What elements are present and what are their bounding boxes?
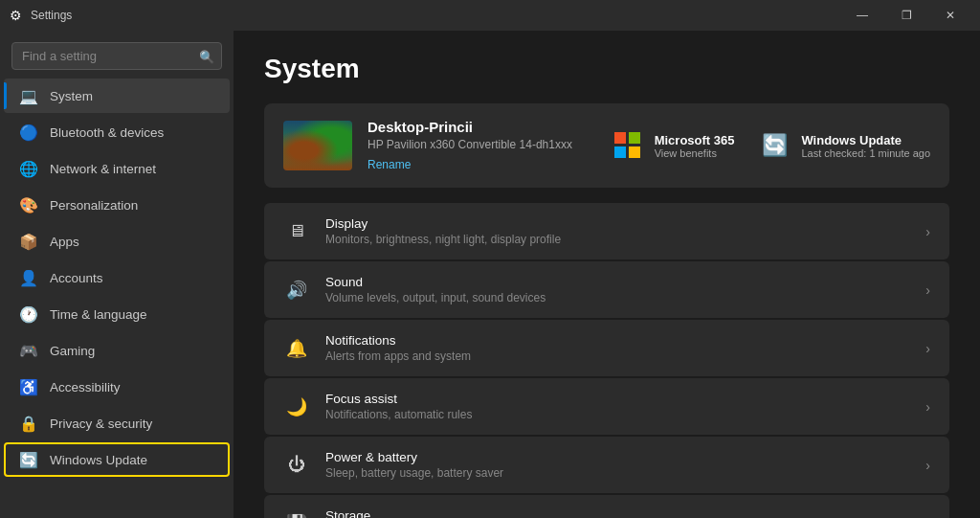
search-box: 🔍 [11, 42, 222, 70]
close-button[interactable]: ✕ [928, 0, 972, 31]
restore-button[interactable]: ❐ [884, 0, 928, 31]
page-title: System [264, 54, 949, 84]
setting-sound-text: Sound Volume levels, output, input, soun… [325, 275, 910, 304]
bluetooth-icon: 🔵 [19, 123, 38, 142]
minimize-button[interactable]: — [840, 0, 884, 31]
setting-sound-title: Sound [325, 275, 910, 289]
sidebar-item-label: Accounts [50, 271, 214, 285]
setting-power[interactable]: ⏻ Power & battery Sleep, battery usage, … [264, 437, 949, 493]
sidebar-item-label: Accessibility [50, 380, 214, 394]
sidebar-item-accounts[interactable]: 👤 Accounts [4, 260, 230, 295]
system-icon: 💻 [19, 86, 38, 105]
chevron-right-icon: › [925, 458, 930, 473]
setting-power-subtitle: Sleep, battery usage, battery saver [325, 466, 910, 480]
setting-display[interactable]: 🖥 Display Monitors, brightness, night li… [264, 203, 949, 259]
time-icon: 🕐 [19, 304, 38, 324]
sidebar-item-label: Windows Update [50, 453, 214, 467]
setting-display-text: Display Monitors, brightness, night ligh… [325, 216, 910, 246]
setting-storage[interactable]: 💾 Storage Storage space, drives, configu… [264, 495, 949, 518]
privacy-icon: 🔒 [19, 414, 38, 433]
setting-power-text: Power & battery Sleep, battery usage, ba… [325, 450, 910, 480]
content-area: System Desktop-Princii HP Pavilion x360 … [234, 31, 980, 518]
sidebar-item-label: Apps [50, 235, 214, 249]
device-image [283, 121, 352, 170]
main-layout: 🔍 💻 System 🔵 Bluetooth & devices 🌐 Netwo… [0, 31, 980, 518]
titlebar-title: Settings [31, 9, 72, 22]
setting-notifications[interactable]: 🔔 Notifications Alerts from apps and sys… [264, 320, 949, 376]
accounts-icon: 👤 [19, 268, 38, 287]
sidebar-item-accessibility[interactable]: ♿ Accessibility [4, 370, 230, 404]
titlebar-left: ⚙ Settings [8, 8, 72, 23]
setting-storage-title: Storage [325, 508, 910, 518]
personalization-icon: 🎨 [19, 195, 38, 214]
sidebar-item-label: Time & language [50, 307, 214, 322]
sidebar-item-label: Personalization [50, 198, 214, 213]
setting-notifications-title: Notifications [325, 333, 910, 348]
windows-update-shortcut-title: Windows Update [801, 133, 930, 147]
sidebar: 🔍 💻 System 🔵 Bluetooth & devices 🌐 Netwo… [0, 31, 234, 518]
gaming-icon: 🎮 [19, 341, 38, 360]
notifications-icon: 🔔 [283, 335, 310, 362]
search-icon[interactable]: 🔍 [199, 49, 214, 63]
sidebar-item-time[interactable]: 🕐 Time & language [4, 297, 230, 331]
microsoft365-subtitle: View benefits [655, 147, 735, 159]
settings-list: 🖥 Display Monitors, brightness, night li… [264, 203, 949, 518]
microsoft365-text: Microsoft 365 View benefits [655, 133, 735, 159]
setting-notifications-text: Notifications Alerts from apps and syste… [325, 333, 910, 363]
sidebar-item-label: Gaming [50, 344, 214, 358]
setting-sound-subtitle: Volume levels, output, input, sound devi… [325, 291, 910, 304]
sound-icon: 🔊 [283, 277, 310, 304]
sidebar-item-label: System [50, 89, 214, 103]
setting-focus-assist[interactable]: 🌙 Focus assist Notifications, automatic … [264, 378, 949, 435]
search-input[interactable] [11, 42, 222, 70]
windows-update-text: Windows Update Last checked: 1 minute ag… [801, 133, 930, 159]
focus-assist-icon: 🌙 [283, 394, 310, 420]
device-shortcuts: Microsoft 365 View benefits 🔄 Windows Up… [611, 128, 930, 163]
settings-app-icon: ⚙ [8, 8, 23, 23]
windows-update-shortcut-icon: 🔄 [757, 128, 791, 163]
device-model: HP Pavilion x360 Convertible 14-dh1xxx [368, 138, 595, 151]
apps-icon: 📦 [19, 232, 38, 251]
setting-display-title: Display [325, 216, 910, 231]
setting-storage-text: Storage Storage space, drives, configura… [325, 508, 910, 518]
setting-display-subtitle: Monitors, brightness, night light, displ… [325, 233, 910, 246]
windows-update-shortcut[interactable]: 🔄 Windows Update Last checked: 1 minute … [757, 128, 930, 163]
microsoft365-shortcut[interactable]: Microsoft 365 View benefits [611, 128, 735, 163]
microsoft365-icon [611, 128, 645, 163]
windows-update-icon: 🔄 [19, 450, 38, 469]
setting-notifications-subtitle: Alerts from apps and system [325, 349, 910, 363]
display-icon: 🖥 [283, 218, 310, 245]
microsoft365-title: Microsoft 365 [655, 133, 735, 147]
power-icon: ⏻ [283, 452, 310, 479]
sidebar-item-privacy[interactable]: 🔒 Privacy & security [4, 406, 230, 440]
setting-sound[interactable]: 🔊 Sound Volume levels, output, input, so… [264, 261, 949, 318]
storage-icon: 💾 [283, 510, 310, 519]
chevron-right-icon: › [925, 399, 930, 415]
setting-power-title: Power & battery [325, 450, 910, 464]
windows-update-shortcut-subtitle: Last checked: 1 minute ago [801, 147, 930, 159]
sidebar-item-apps[interactable]: 📦 Apps [4, 224, 230, 259]
device-card: Desktop-Princii HP Pavilion x360 Convert… [264, 103, 949, 188]
sidebar-item-bluetooth[interactable]: 🔵 Bluetooth & devices [4, 115, 230, 149]
sidebar-item-system[interactable]: 💻 System [4, 79, 230, 113]
device-name: Desktop-Princii [368, 119, 595, 135]
network-icon: 🌐 [19, 159, 38, 178]
chevron-right-icon: › [925, 282, 930, 298]
sidebar-item-gaming[interactable]: 🎮 Gaming [4, 333, 230, 368]
chevron-right-icon: › [925, 341, 930, 356]
sidebar-item-windows-update[interactable]: 🔄 Windows Update [4, 442, 230, 477]
sidebar-item-label: Bluetooth & devices [50, 125, 214, 140]
accessibility-icon: ♿ [19, 377, 38, 396]
device-rename-link[interactable]: Rename [368, 158, 411, 171]
titlebar-controls: — ❐ ✕ [840, 0, 972, 31]
sidebar-item-network[interactable]: 🌐 Network & internet [4, 151, 230, 186]
sidebar-item-label: Privacy & security [50, 417, 214, 431]
chevron-right-icon: › [925, 224, 930, 239]
setting-focus-text: Focus assist Notifications, automatic ru… [325, 392, 910, 421]
titlebar: ⚙ Settings — ❐ ✕ [0, 0, 980, 31]
device-info: Desktop-Princii HP Pavilion x360 Convert… [368, 119, 595, 172]
sidebar-item-personalization[interactable]: 🎨 Personalization [4, 188, 230, 222]
setting-focus-title: Focus assist [325, 392, 910, 406]
setting-focus-subtitle: Notifications, automatic rules [325, 408, 910, 421]
sidebar-item-label: Network & internet [50, 162, 214, 176]
